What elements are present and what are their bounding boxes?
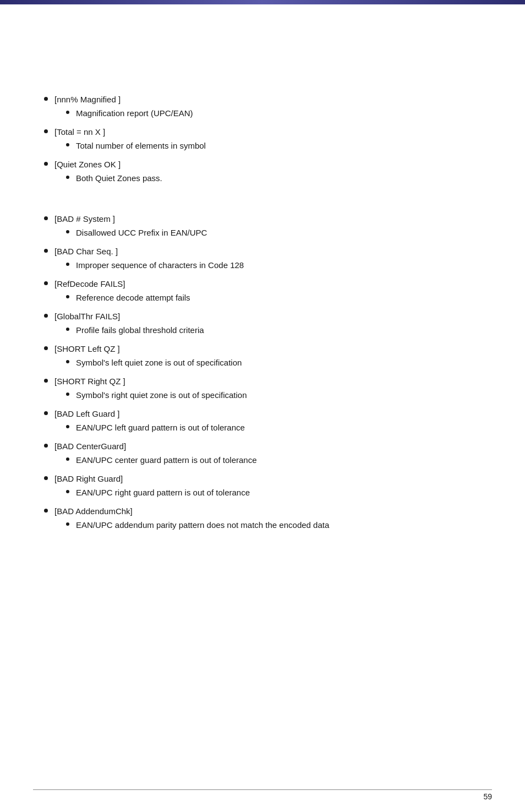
sub-item-label: Symbol's right quiet zone is out of spec… (76, 389, 247, 402)
sub-item-label: Reference decode attempt fails (76, 292, 190, 304)
list-item: Both Quiet Zones pass. (66, 172, 481, 185)
list-item: Total number of elements in symbol (66, 140, 481, 152)
sub-list: Improper sequence of characters in Code … (66, 259, 481, 273)
list-item: [BAD Left Guard ] EAN/UPC left guard pat… (44, 408, 481, 438)
sub-list: Profile fails global threshold criteria (66, 324, 481, 338)
bullet-icon (44, 411, 48, 415)
list-item: EAN/UPC addendum parity pattern does not… (66, 519, 481, 532)
list-item: EAN/UPC right guard pattern is out of to… (66, 487, 481, 499)
sub-item-label: Improper sequence of characters in Code … (76, 259, 244, 272)
sub-list: EAN/UPC left guard pattern is out of tol… (66, 422, 481, 435)
top-bar (0, 0, 525, 4)
sub-item-label: Profile fails global threshold criteria (76, 324, 204, 337)
bullet-icon (44, 281, 48, 285)
sub-bullet-icon (66, 490, 69, 493)
list-item: [BAD Right Guard] EAN/UPC right guard pa… (44, 473, 481, 503)
list-item: [Quiet Zones OK ] Both Quiet Zones pass. (44, 159, 481, 189)
sub-item-label: EAN/UPC center guard pattern is out of t… (76, 454, 257, 467)
sub-bullet-icon (66, 457, 69, 461)
list-item: Improper sequence of characters in Code … (66, 259, 481, 272)
sub-bullet-icon (66, 393, 69, 396)
sub-bullet-icon (66, 143, 69, 146)
sub-list: Both Quiet Zones pass. (66, 172, 481, 186)
list-item: [BAD # System ] Disallowed UCC Prefix in… (44, 213, 481, 243)
item-label: [Total = nn X ] (54, 126, 105, 139)
item-label: [BAD # System ] (54, 213, 115, 226)
item-label: [BAD Right Guard] (54, 473, 123, 486)
sub-item-label: Both Quiet Zones pass. (76, 172, 162, 185)
sub-bullet-icon (66, 263, 69, 266)
list-item: [BAD Char Seq. ] Improper sequence of ch… (44, 246, 481, 276)
sub-item-label: EAN/UPC addendum parity pattern does not… (76, 519, 329, 532)
bullet-icon (44, 162, 48, 166)
bullet-icon (44, 346, 48, 350)
sub-item-label: EAN/UPC right guard pattern is out of to… (76, 487, 250, 499)
item-label: [BAD Char Seq. ] (54, 246, 118, 258)
bullet-icon (44, 97, 48, 101)
bullet-icon (44, 314, 48, 318)
bullet-icon (44, 249, 48, 253)
list-item: Reference decode attempt fails (66, 292, 481, 304)
bullet-icon (44, 476, 48, 480)
item-label: [SHORT Right QZ ] (54, 375, 125, 388)
item-label: [SHORT Left QZ ] (54, 343, 120, 356)
list-item: [RefDecode FAILS] Reference decode attem… (44, 278, 481, 308)
bullet-icon (44, 129, 48, 133)
section2-list: [BAD # System ] Disallowed UCC Prefix in… (44, 213, 481, 536)
sub-list: Symbol's right quiet zone is out of spec… (66, 389, 481, 403)
item-label: [GlobalThr FAILS] (54, 310, 120, 323)
list-item: [SHORT Left QZ ] Symbol's left quiet zon… (44, 343, 481, 373)
list-item: EAN/UPC left guard pattern is out of tol… (66, 422, 481, 434)
section-gap (44, 191, 481, 213)
list-item: [SHORT Right QZ ] Symbol's right quiet z… (44, 375, 481, 406)
sub-list: Total number of elements in symbol (66, 140, 481, 154)
sub-list: EAN/UPC center guard pattern is out of t… (66, 454, 481, 468)
list-item: [BAD CenterGuard] EAN/UPC center guard p… (44, 440, 481, 471)
sub-list: EAN/UPC addendum parity pattern does not… (66, 519, 481, 533)
item-label: [nnn% Magnified ] (54, 94, 121, 106)
bullet-icon (44, 216, 48, 220)
bottom-divider (33, 789, 492, 790)
item-label: [RefDecode FAILS] (54, 278, 125, 291)
sub-bullet-icon (66, 425, 69, 428)
item-label: [BAD AddendumChk] (54, 505, 133, 518)
item-label: [Quiet Zones OK ] (54, 159, 121, 171)
bullet-icon (44, 509, 48, 513)
list-item: [nnn% Magnified ] Magnification report (… (44, 94, 481, 124)
sub-bullet-icon (66, 522, 69, 526)
list-item: [Total = nn X ] Total number of elements… (44, 126, 481, 156)
page-number: 59 (483, 792, 492, 801)
list-item: Disallowed UCC Prefix in EAN/UPC (66, 227, 481, 239)
content-area: [nnn% Magnified ] Magnification report (… (44, 94, 481, 536)
sub-item-label: Disallowed UCC Prefix in EAN/UPC (76, 227, 207, 239)
item-label: [BAD CenterGuard] (54, 440, 126, 453)
list-item: Profile fails global threshold criteria (66, 324, 481, 337)
list-item: Magnification report (UPC/EAN) (66, 107, 481, 120)
sub-bullet-icon (66, 295, 69, 298)
sub-bullet-icon (66, 328, 69, 331)
list-item: Symbol's right quiet zone is out of spec… (66, 389, 481, 402)
sub-item-label: Symbol's left quiet zone is out of speci… (76, 357, 242, 369)
list-item: Symbol's left quiet zone is out of speci… (66, 357, 481, 369)
list-item: [BAD AddendumChk] EAN/UPC addendum parit… (44, 505, 481, 536)
sub-item-label: EAN/UPC left guard pattern is out of tol… (76, 422, 245, 434)
sub-item-label: Total number of elements in symbol (76, 140, 206, 152)
sub-bullet-icon (66, 360, 69, 363)
sub-list: Magnification report (UPC/EAN) (66, 107, 481, 121)
item-label: [BAD Left Guard ] (54, 408, 119, 421)
list-item: EAN/UPC center guard pattern is out of t… (66, 454, 481, 467)
sub-item-label: Magnification report (UPC/EAN) (76, 107, 193, 120)
sub-bullet-icon (66, 230, 69, 233)
bullet-icon (44, 379, 48, 383)
list-item: [GlobalThr FAILS] Profile fails global t… (44, 310, 481, 341)
sub-bullet-icon (66, 111, 69, 114)
sub-bullet-icon (66, 176, 69, 179)
bullet-icon (44, 444, 48, 448)
sub-list: Reference decode attempt fails (66, 292, 481, 306)
section1-list: [nnn% Magnified ] Magnification report (… (44, 94, 481, 189)
sub-list: EAN/UPC right guard pattern is out of to… (66, 487, 481, 500)
sub-list: Disallowed UCC Prefix in EAN/UPC (66, 227, 481, 241)
sub-list: Symbol's left quiet zone is out of speci… (66, 357, 481, 370)
